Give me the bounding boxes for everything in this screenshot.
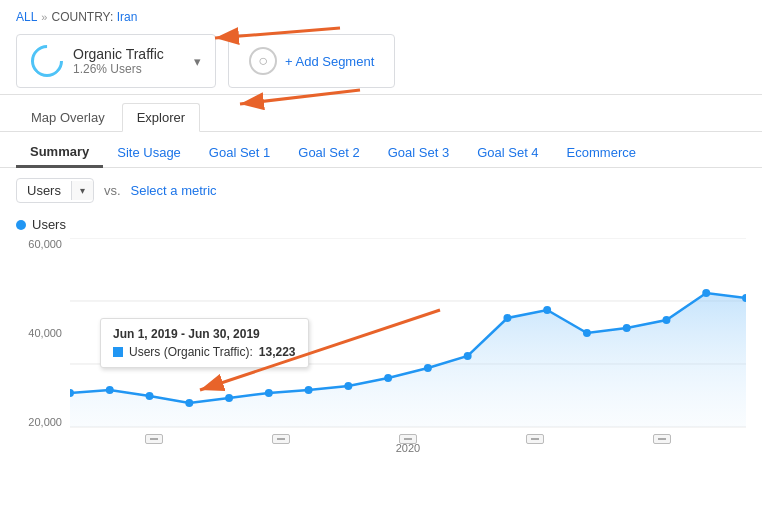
vs-label: vs. <box>104 183 121 198</box>
legend-label-users: Users <box>32 217 66 232</box>
svg-point-8 <box>225 394 233 402</box>
svg-point-11 <box>344 382 352 390</box>
svg-point-15 <box>503 314 511 322</box>
svg-point-16 <box>543 306 551 314</box>
chart-area: Users 60,000 40,000 20,000 <box>0 209 762 458</box>
svg-point-5 <box>106 386 114 394</box>
tooltip-date: Jun 1, 2019 - Jun 30, 2019 <box>113 327 296 341</box>
tab-explorer[interactable]: Explorer <box>122 103 200 132</box>
y-label-40k: 40,000 <box>28 327 62 339</box>
svg-point-7 <box>185 399 193 407</box>
segment-loading-icon <box>24 38 69 83</box>
metric-tabs: Summary Site Usage Goal Set 1 Goal Set 2… <box>0 132 762 168</box>
x-axis-labels: 2020 <box>70 442 746 454</box>
svg-point-12 <box>384 374 392 382</box>
svg-point-20 <box>702 289 710 297</box>
add-segment-card[interactable]: ○ + Add Segment <box>228 34 395 88</box>
svg-point-13 <box>424 364 432 372</box>
tab-goal-set-2[interactable]: Goal Set 2 <box>284 138 373 167</box>
country-name: Iran <box>117 10 138 24</box>
add-segment-label: + Add Segment <box>285 54 374 69</box>
tooltip-metric: Users (Organic Traffic): <box>129 345 253 359</box>
svg-point-19 <box>662 316 670 324</box>
tab-summary[interactable]: Summary <box>16 138 103 168</box>
svg-point-9 <box>265 389 273 397</box>
breadcrumb-separator: » <box>41 11 47 23</box>
top-bar: ALL » COUNTRY: Iran Organic Traffic 1.26… <box>0 0 762 95</box>
tab-ecommerce[interactable]: Ecommerce <box>553 138 650 167</box>
chart-legend: Users <box>16 217 746 232</box>
tab-site-usage[interactable]: Site Usage <box>103 138 195 167</box>
chart-tooltip: Jun 1, 2019 - Jun 30, 2019 Users (Organi… <box>100 318 309 368</box>
segment-percentage: 1.26% Users <box>73 62 176 76</box>
tab-goal-set-4[interactable]: Goal Set 4 <box>463 138 552 167</box>
tooltip-value: Users (Organic Traffic): 13,223 <box>113 345 296 359</box>
chart-container: 60,000 40,000 20,000 <box>16 238 746 458</box>
y-label-60k: 60,000 <box>28 238 62 250</box>
y-axis-labels: 60,000 40,000 20,000 <box>16 238 66 428</box>
segment-dropdown-icon[interactable]: ▾ <box>194 54 201 69</box>
chart-svg-container[interactable]: Jun 1, 2019 - Jun 30, 2019 Users (Organi… <box>70 238 746 428</box>
country-prefix: COUNTRY: <box>51 10 113 24</box>
tab-goal-set-3[interactable]: Goal Set 3 <box>374 138 463 167</box>
tooltip-swatch <box>113 347 123 357</box>
breadcrumb: ALL » COUNTRY: Iran <box>16 10 746 24</box>
svg-point-6 <box>146 392 154 400</box>
svg-point-14 <box>464 352 472 360</box>
breadcrumb-all[interactable]: ALL <box>16 10 37 24</box>
segment-info: Organic Traffic 1.26% Users <box>73 46 176 76</box>
segments-row: Organic Traffic 1.26% Users ▾ ○ + Add Se… <box>16 34 746 88</box>
add-segment-icon: ○ <box>249 47 277 75</box>
controls-row: Users ▾ vs. Select a metric <box>0 168 762 209</box>
svg-point-18 <box>623 324 631 332</box>
svg-point-10 <box>305 386 313 394</box>
metric-selector[interactable]: Users ▾ <box>16 178 94 203</box>
segment-name: Organic Traffic <box>73 46 176 62</box>
breadcrumb-country: COUNTRY: Iran <box>51 10 137 24</box>
x-label-2020: 2020 <box>396 442 420 454</box>
select-metric-link[interactable]: Select a metric <box>131 183 217 198</box>
organic-traffic-segment[interactable]: Organic Traffic 1.26% Users ▾ <box>16 34 216 88</box>
svg-point-17 <box>583 329 591 337</box>
y-label-20k: 20,000 <box>28 416 62 428</box>
legend-dot-users <box>16 220 26 230</box>
metric-selector-arrow[interactable]: ▾ <box>71 181 93 200</box>
tab-map-overlay[interactable]: Map Overlay <box>16 103 120 131</box>
metric-selector-label: Users <box>17 179 71 202</box>
tab-goal-set-1[interactable]: Goal Set 1 <box>195 138 284 167</box>
view-tabs: Map Overlay Explorer <box>0 95 762 132</box>
tooltip-number: 13,223 <box>259 345 296 359</box>
